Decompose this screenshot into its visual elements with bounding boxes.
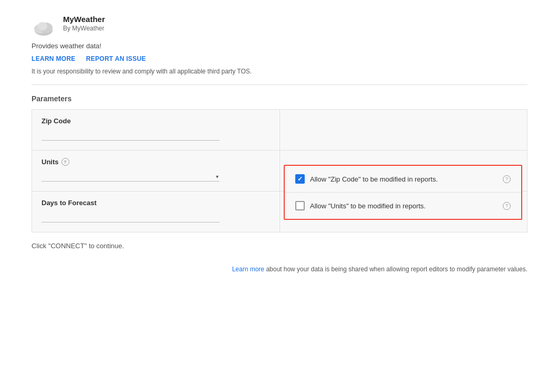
app-by: By MyWeather xyxy=(63,25,105,32)
learn-more-link[interactable]: LEARN MORE xyxy=(32,55,76,62)
app-cloud-icon xyxy=(32,16,56,37)
allow-modify-box: ✓ Allow "Zip Code" to be modified in rep… xyxy=(284,165,522,220)
units-select[interactable]: Imperial Metric xyxy=(42,171,220,182)
report-issue-link[interactable]: REPORT AN ISSUE xyxy=(86,55,146,62)
zip-code-allow-row: ✓ Allow "Zip Code" to be modified in rep… xyxy=(285,166,521,192)
zip-code-row: Zip Code xyxy=(32,110,527,151)
app-title: MyWeather xyxy=(63,15,105,24)
app-info: MyWeather By MyWeather xyxy=(63,15,105,32)
app-header: MyWeather By MyWeather xyxy=(32,15,527,37)
days-forecast-label: Days to Forecast xyxy=(42,199,270,207)
divider xyxy=(32,84,527,85)
tos-notice: It is your responsibility to review and … xyxy=(32,68,527,75)
zip-code-label: Zip Code xyxy=(42,117,270,125)
units-allow-label: Allow "Units" to be modified in reports. xyxy=(310,202,500,210)
units-left: Units ? Imperial Metric ▾ xyxy=(32,151,280,192)
footer-learn-more: Learn more about how your data is being … xyxy=(32,266,527,273)
connect-hint: Click "CONNECT" to continue. xyxy=(32,242,527,250)
parameters-heading: Parameters xyxy=(32,94,527,103)
zip-code-right xyxy=(280,110,527,151)
footer: Click "CONNECT" to continue. Learn more … xyxy=(0,232,559,282)
units-allow-help-icon[interactable]: ? xyxy=(503,202,511,210)
footer-learn-more-link[interactable]: Learn more xyxy=(232,266,264,273)
svg-point-7 xyxy=(38,22,47,30)
zip-code-input[interactable] xyxy=(42,130,220,141)
units-allow-checkbox[interactable] xyxy=(295,201,305,210)
zip-code-allow-label: Allow "Zip Code" to be modified in repor… xyxy=(310,175,500,183)
units-select-wrapper: Imperial Metric ▾ xyxy=(42,171,220,182)
zip-code-left: Zip Code xyxy=(32,110,280,151)
units-help-icon[interactable]: ? xyxy=(61,158,69,166)
allow-modify-overlay: ✓ Allow "Zip Code" to be modified in rep… xyxy=(284,165,522,220)
days-forecast-input[interactable] xyxy=(42,212,220,223)
days-forecast-left: Days to Forecast xyxy=(32,192,280,232)
app-description: Provides weather data! xyxy=(32,42,527,50)
units-label: Units ? xyxy=(42,158,270,166)
action-links: LEARN MORE REPORT AN ISSUE xyxy=(32,55,527,62)
zip-code-allow-checkbox[interactable]: ✓ xyxy=(295,174,305,184)
units-allow-row: Allow "Units" to be modified in reports.… xyxy=(285,192,521,219)
top-section: MyWeather By MyWeather Provides weather … xyxy=(0,0,559,85)
zip-code-allow-help-icon[interactable]: ? xyxy=(503,175,511,183)
